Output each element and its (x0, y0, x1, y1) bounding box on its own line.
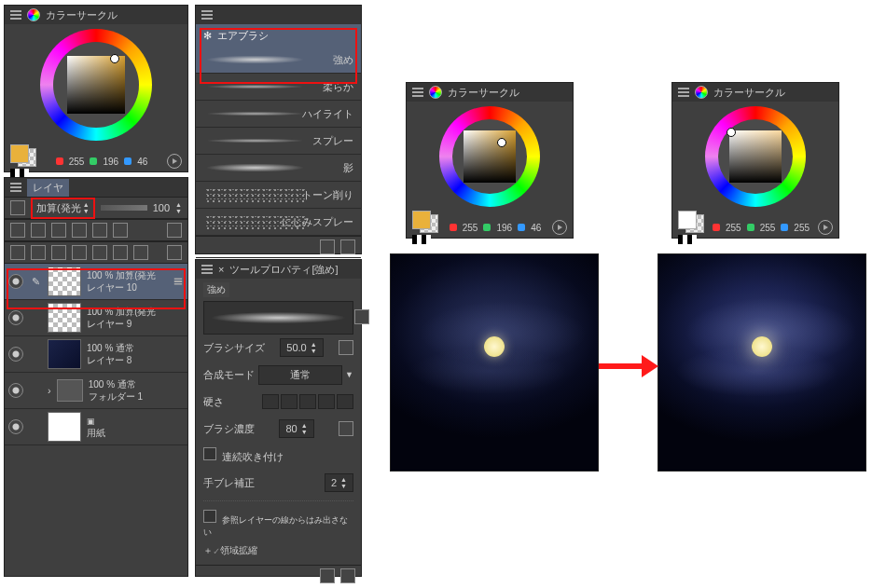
prop-area[interactable]: ＋ ✓ 領域拡縮 (196, 538, 361, 565)
sv-square[interactable] (67, 56, 125, 114)
wrench-icon[interactable] (340, 568, 355, 583)
panel-layers: レイヤ 加算(発光 ▲▼ 100 ▲▼ ✎ 100 % 加算(発光レイヤー 10… (4, 177, 188, 577)
link-icon[interactable] (339, 340, 353, 355)
preset-label: 強め (203, 282, 229, 297)
layer-thumb[interactable] (48, 412, 81, 442)
layer-thumb[interactable] (48, 339, 81, 369)
folder-icon[interactable] (57, 379, 83, 402)
menu-icon[interactable] (201, 265, 213, 274)
prop-spray[interactable]: 連続吹き付け (196, 443, 361, 470)
checkbox[interactable] (203, 447, 216, 460)
new-folder-icon[interactable] (31, 245, 46, 260)
tool-icon[interactable] (113, 223, 128, 238)
g-value: 196 (103, 157, 118, 167)
visibility-icon[interactable] (8, 419, 23, 434)
blend-row: 加算(発光 ▲▼ 100 ▲▼ (5, 197, 187, 219)
play-icon[interactable] (818, 220, 833, 235)
plus-icon[interactable]: ＋ (203, 544, 213, 557)
brush-item-spray[interactable]: スプレー (196, 128, 361, 155)
visibility-icon[interactable] (8, 310, 23, 325)
visibility-icon[interactable] (8, 347, 23, 362)
sv-square[interactable] (729, 130, 782, 183)
panel-header: カラーサークル (407, 83, 573, 102)
hue-wheel[interactable] (705, 106, 806, 207)
brush-item-highlight[interactable]: ハイライト (196, 101, 361, 128)
layers-tab[interactable]: レイヤ (27, 179, 69, 197)
menu-brush-icon[interactable] (340, 239, 355, 254)
hue-wheel[interactable] (439, 106, 540, 207)
play-icon[interactable] (167, 154, 182, 169)
prop-ref[interactable]: 参照レイヤーの線からはみ出さない (196, 511, 361, 538)
prop-label: 合成モード (203, 368, 255, 382)
blend-dropdown[interactable]: 通常 (258, 365, 342, 385)
layer-tools-1 (5, 219, 187, 241)
sv-picker-icon[interactable] (727, 128, 736, 137)
layer-tools-2 (5, 241, 187, 264)
brush-size-input[interactable]: 50.0▲▼ (280, 338, 323, 357)
tool-icon[interactable] (72, 245, 87, 260)
hardness-selector[interactable] (262, 394, 353, 409)
hue-wheel[interactable] (40, 29, 152, 141)
menu-icon[interactable] (10, 183, 21, 192)
reset-icon[interactable] (320, 568, 335, 583)
brush-label: スプレー (312, 134, 353, 148)
layer-text: ▣用紙 (87, 415, 184, 440)
tool-icon[interactable] (31, 223, 46, 238)
swatch-pair[interactable] (678, 211, 704, 233)
layer-row[interactable]: › 100 % 通常フォルダー 1 (5, 373, 187, 409)
mask-icon[interactable] (113, 245, 128, 260)
checkbox[interactable] (203, 510, 216, 523)
layer-row[interactable]: ▣用紙 (5, 409, 187, 445)
panel-title: カラーサークル (448, 86, 519, 100)
layer-row[interactable]: 100 % 通常レイヤー 8 (5, 336, 187, 373)
swatch-front (10, 144, 29, 163)
stepper-icon[interactable]: ▲▼ (83, 201, 90, 214)
density-input[interactable]: 80▲▼ (279, 419, 313, 438)
menu-icon[interactable] (678, 88, 689, 97)
new-layer-icon[interactable] (10, 245, 25, 260)
color-readout: 255 255 255 (672, 211, 838, 248)
tool-icon[interactable] (72, 223, 87, 238)
layer-toggle-icon[interactable] (10, 200, 25, 215)
brush-item-tone[interactable]: トーン削り (196, 182, 361, 209)
arrow-icon (597, 352, 660, 380)
prop-stabilize: 手ブレ補正 2▲▼ (196, 470, 361, 497)
close-icon[interactable]: × (218, 264, 224, 275)
color-readout: 255 196 46 (5, 144, 187, 182)
tool-icon[interactable] (51, 245, 66, 260)
chevron-down-icon[interactable]: ▼ (345, 370, 353, 379)
sv-picker-icon[interactable] (110, 54, 119, 63)
new-brush-icon[interactable] (320, 239, 335, 254)
swatch-pair[interactable] (10, 144, 36, 167)
sv-picker-icon[interactable] (497, 138, 506, 147)
divider (203, 500, 353, 507)
play-icon[interactable] (552, 220, 567, 235)
sv-square[interactable] (464, 130, 516, 183)
menu-icon[interactable] (201, 10, 213, 20)
lock-icon[interactable] (354, 309, 369, 324)
trash-icon[interactable] (167, 245, 182, 260)
tool-icon[interactable] (10, 223, 25, 238)
color-circle-icon (27, 8, 40, 21)
stepper-icon[interactable]: ▲▼ (175, 201, 182, 214)
blend-dropdown[interactable]: 加算(発光 ▲▼ (31, 198, 95, 219)
tool-icon[interactable] (167, 223, 182, 238)
tool-icon[interactable] (92, 223, 107, 238)
tool-icon[interactable] (133, 245, 148, 260)
menu-icon[interactable] (412, 88, 423, 97)
chevron-right-icon[interactable]: › (48, 385, 51, 396)
tool-icon[interactable] (92, 245, 107, 260)
brush-item-shade[interactable]: 影 (196, 155, 361, 182)
brush-item-nijimi[interactable]: にじみスプレー (196, 209, 361, 236)
swatch-pair[interactable] (412, 211, 438, 233)
tool-icon[interactable] (51, 223, 66, 238)
menu-icon[interactable] (10, 10, 21, 20)
prop-label: 参照レイヤーの線からはみ出さない (203, 515, 348, 537)
visibility-icon[interactable] (8, 383, 23, 398)
toolprop-footer (196, 565, 361, 586)
blend-label: 加算(発光 (36, 201, 81, 215)
panel-header: カラーサークル (672, 83, 838, 102)
opacity-slider[interactable] (101, 205, 147, 211)
link-icon[interactable] (339, 421, 353, 436)
stabilize-input[interactable]: 2▲▼ (325, 473, 353, 492)
